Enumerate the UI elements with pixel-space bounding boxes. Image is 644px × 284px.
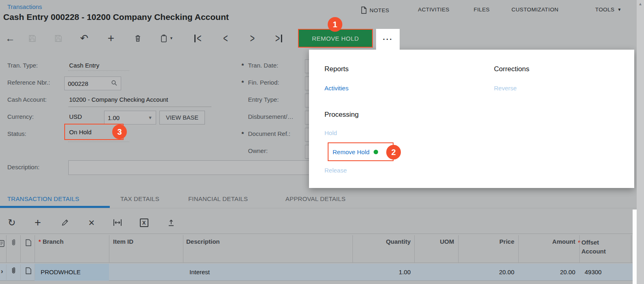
tran-date-label: Tran. Date: xyxy=(248,62,278,69)
entry-type-label: Entry Type: xyxy=(248,96,279,103)
tab-approval-details[interactable]: APPROVAL DETAILS xyxy=(285,195,346,202)
menu-item-activities[interactable]: Activities xyxy=(324,85,348,92)
attachment-paperclip-icon[interactable] xyxy=(11,238,17,248)
add-icon[interactable]: + xyxy=(104,30,118,46)
back-button[interactable]: ← xyxy=(3,30,17,46)
description-input[interactable] xyxy=(68,160,312,175)
menu-item-hold: Hold xyxy=(324,129,337,136)
add-row-icon[interactable]: + xyxy=(31,215,45,230)
step-badge-3: 3 xyxy=(112,125,127,139)
notes-icon xyxy=(361,7,367,14)
chevron-down-icon: ▼ xyxy=(170,36,173,40)
col-offset-account: * Offset Account xyxy=(581,238,624,256)
tab-tax-details[interactable]: TAX DETAILS xyxy=(120,195,159,202)
chevron-down-icon[interactable]: ▼ xyxy=(148,115,152,120)
delete-row-icon[interactable]: × xyxy=(85,215,98,230)
col-separator xyxy=(458,235,459,262)
col-description[interactable]: Description xyxy=(186,238,220,245)
tran-date-required-marker: * xyxy=(242,62,244,69)
cash-account-underline xyxy=(68,107,211,107)
tran-type-label: Tran. Type: xyxy=(7,62,38,69)
col-separator xyxy=(20,235,21,262)
tab-financial-details[interactable]: FINANCIAL DETAILS xyxy=(188,195,248,202)
previous-record-button[interactable]: < xyxy=(219,30,233,46)
col-separator xyxy=(518,235,519,262)
header-row-separator xyxy=(0,262,634,263)
row-expand-chevron-icon[interactable]: › xyxy=(1,267,3,275)
cell-description[interactable]: Interest xyxy=(189,269,210,275)
col-item-id[interactable]: Item ID xyxy=(113,238,133,245)
col-separator xyxy=(631,235,631,262)
menu-files-label: FILES xyxy=(474,7,490,13)
col-separator xyxy=(35,235,35,262)
search-icon[interactable] xyxy=(111,80,117,87)
row-attachment-paperclip-icon[interactable] xyxy=(11,267,17,276)
menu-customization[interactable]: CUSTOMIZATION xyxy=(511,7,559,13)
row-notes-doc-icon[interactable] xyxy=(25,267,32,276)
notes-doc-icon[interactable] xyxy=(25,239,32,248)
export-excel-icon[interactable]: X xyxy=(137,215,151,230)
next-record-button[interactable]: > xyxy=(246,30,259,46)
cell-quantity[interactable]: 1.00 xyxy=(352,269,411,275)
cell-offset-account[interactable]: 49300 xyxy=(585,269,602,275)
menu-files[interactable]: FILES xyxy=(474,7,490,13)
col-separator xyxy=(579,235,580,262)
col-price[interactable]: Price xyxy=(458,238,514,245)
currency-rate-combo[interactable]: 1.00 ▼ xyxy=(104,111,156,125)
document-ref-required-marker: * xyxy=(242,130,244,137)
tran-type-underline xyxy=(68,70,129,71)
undo-icon[interactable]: ↶ xyxy=(77,30,91,46)
row-settings-icon xyxy=(0,239,5,249)
menu-activities[interactable]: ACTIVITIES xyxy=(418,7,450,13)
step-badge-2: 2 xyxy=(386,145,401,159)
menu-section-processing: Processing xyxy=(324,111,359,119)
cell-price[interactable]: 20.00 xyxy=(458,269,514,275)
vertical-scrollbar[interactable] xyxy=(637,0,644,284)
menu-customization-label: CUSTOMIZATION xyxy=(511,7,559,13)
view-base-button[interactable]: VIEW BASE xyxy=(159,111,205,125)
menu-notes[interactable]: NOTES xyxy=(361,7,389,14)
upload-icon[interactable] xyxy=(164,215,178,230)
tab-transaction-details[interactable]: TRANSACTION DETAILS xyxy=(7,195,79,202)
row-col-separator xyxy=(20,264,21,280)
col-uom[interactable]: UOM xyxy=(414,238,454,245)
remove-hold-highlight-box: Remove Hold xyxy=(328,142,394,161)
menu-activities-label: ACTIVITIES xyxy=(418,7,450,13)
breadcrumb[interactable]: Transactions xyxy=(7,3,42,10)
menu-section-corrections: Corrections xyxy=(494,65,529,73)
copy-paste-icon[interactable]: ▼ xyxy=(157,30,176,46)
col-quantity[interactable]: Quantity xyxy=(352,238,411,245)
menu-item-release: Release xyxy=(324,167,347,174)
cash-account-label: Cash Account: xyxy=(7,96,47,103)
cell-amount[interactable]: 20.00 xyxy=(518,269,575,275)
reference-nbr-input[interactable]: 000228 xyxy=(64,76,121,90)
scroll-up-arrow-icon[interactable]: ▲ xyxy=(637,2,644,6)
col-separator xyxy=(414,235,415,262)
last-record-button[interactable]: > xyxy=(272,30,285,46)
menu-tools[interactable]: TOOLS ▼ xyxy=(595,7,622,13)
first-record-button[interactable]: < xyxy=(191,30,205,46)
save-close-button[interactable] xyxy=(25,30,39,46)
save-button[interactable] xyxy=(51,30,65,46)
reference-nbr-value: 000228 xyxy=(68,80,88,87)
menu-tools-label: TOOLS xyxy=(595,7,615,13)
edit-pencil-icon[interactable] xyxy=(58,215,72,230)
delete-trash-icon[interactable] xyxy=(131,30,145,46)
col-separator xyxy=(109,235,109,262)
row-col-separator xyxy=(6,264,7,280)
fit-to-width-icon[interactable] xyxy=(111,215,124,230)
reference-nbr-label: Reference Nbr.: xyxy=(7,79,50,86)
col-amount[interactable]: Amount xyxy=(518,238,575,245)
col-separator xyxy=(6,235,7,262)
menu-notes-label: NOTES xyxy=(370,7,389,13)
col-branch: * Branch xyxy=(39,238,63,245)
status-label: Status: xyxy=(7,130,26,137)
more-actions-button[interactable]: ··· xyxy=(376,29,400,50)
status-dot-green-icon xyxy=(374,150,378,154)
refresh-icon[interactable]: ↻ xyxy=(5,215,19,230)
row-col-separator xyxy=(35,264,35,280)
more-actions-menu: Reports Activities Corrections Reverse P… xyxy=(309,50,634,188)
document-ref-label: Document Ref.: xyxy=(248,130,290,137)
menu-item-remove-hold[interactable]: Remove Hold xyxy=(333,149,370,155)
cell-branch[interactable]: PRODWHOLE xyxy=(41,269,80,275)
